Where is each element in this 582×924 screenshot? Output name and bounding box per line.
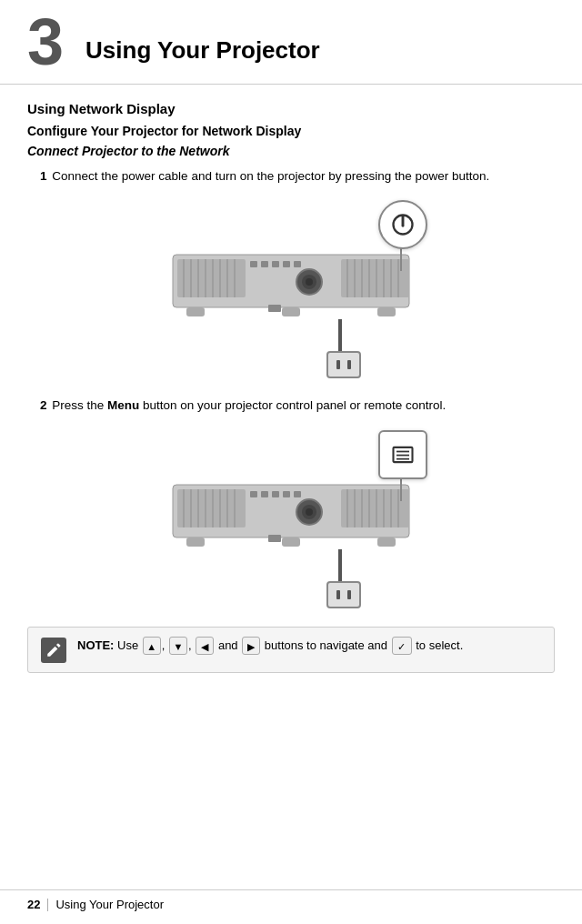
callout-line-2: [400, 476, 402, 501]
callout-line-1: [400, 246, 402, 271]
svg-point-19: [306, 278, 313, 286]
projector-body-svg-2: [164, 480, 418, 553]
svg-rect-64: [186, 537, 205, 547]
svg-rect-49: [272, 491, 279, 497]
note-mid-text: buttons to navigate and: [265, 638, 391, 652]
note-text-prefix: Use: [117, 638, 142, 652]
note-text: NOTE: Use ▲, ▼, ◀ and ▶ buttons to navig…: [77, 637, 463, 656]
step-2-bold: Menu: [107, 398, 139, 412]
step-1: 1 Connect the power cable and turn on th…: [27, 167, 555, 186]
up-arrow-button: ▲: [143, 637, 161, 655]
down-arrow-button: ▼: [169, 637, 187, 655]
chapter-title: Using Your Projector: [85, 16, 320, 65]
footer-text: Using Your Projector: [55, 898, 164, 911]
svg-rect-48: [261, 491, 268, 497]
step-2-prefix: Press the: [52, 398, 107, 412]
step-1-number: 1: [40, 169, 47, 183]
menu-icon-bubble: [378, 430, 427, 479]
main-content: Using Network Display Configure Your Pro…: [0, 101, 582, 673]
projector-illustration-2: [118, 430, 464, 608]
svg-rect-32: [268, 305, 281, 312]
menu-icon: [390, 442, 416, 467]
prong-left: [336, 360, 340, 369]
prong-left-2: [336, 590, 340, 599]
footer-divider: [47, 899, 48, 911]
svg-rect-65: [282, 537, 300, 547]
svg-rect-67: [268, 535, 281, 542]
svg-rect-29: [186, 307, 205, 316]
cable-line-2: [338, 549, 342, 581]
svg-rect-15: [283, 261, 290, 267]
prong-right-2: [347, 590, 351, 599]
note-end-text: to select.: [416, 638, 463, 652]
right-arrow-button: ▶: [242, 637, 260, 655]
note-label: NOTE:: [77, 638, 114, 652]
projector-diagram-2: [118, 430, 464, 608]
note-and-text: and: [218, 638, 241, 652]
step-2: 2 Press the Menu button on your projecto…: [27, 397, 555, 415]
svg-rect-31: [377, 307, 396, 316]
projector-body-svg-1: [164, 250, 418, 323]
svg-rect-13: [261, 261, 268, 267]
step-2-number: 2: [40, 398, 47, 412]
section-heading: Using Network Display: [27, 101, 555, 116]
step-2-text: 2 Press the Menu button on your projecto…: [40, 397, 555, 415]
svg-rect-30: [282, 307, 300, 316]
page-header: 3 Using Your Projector: [0, 0, 582, 85]
left-arrow-button: ◀: [196, 637, 214, 655]
step-1-text: 1 Connect the power cable and turn on th…: [40, 167, 555, 186]
projector-illustration-1: [118, 200, 464, 378]
power-icon-bubble: [378, 200, 427, 249]
page-footer: 22 Using Your Projector: [0, 889, 582, 911]
svg-rect-14: [272, 261, 279, 267]
sub-sub-heading: Connect Projector to the Network: [27, 144, 555, 158]
step-1-content: Connect the power cable and turn on the …: [52, 169, 489, 183]
chapter-number: 3: [27, 9, 64, 75]
plug-prongs-2: [336, 590, 351, 599]
select-button: ✓: [392, 637, 412, 655]
svg-point-54: [306, 508, 313, 516]
projector-diagram-1: [118, 200, 464, 378]
sub-heading: Configure Your Projector for Network Dis…: [27, 124, 555, 138]
plug-prongs-1: [336, 360, 351, 369]
svg-rect-47: [250, 491, 257, 497]
svg-rect-50: [283, 491, 290, 497]
svg-rect-16: [294, 261, 301, 267]
step-2-suffix: button on your projector control panel o…: [139, 398, 446, 412]
power-plug-2: [326, 581, 361, 608]
pencil-icon: [45, 642, 62, 658]
cable-line-1: [338, 319, 342, 351]
note-icon: [41, 638, 66, 663]
footer-page-number: 22: [27, 898, 40, 911]
power-icon: [390, 212, 416, 237]
power-cable-2: [326, 549, 361, 608]
svg-rect-66: [377, 537, 396, 547]
power-cable-1: [326, 319, 361, 378]
power-plug-1: [326, 351, 361, 378]
note-box: NOTE: Use ▲, ▼, ◀ and ▶ buttons to navig…: [27, 627, 555, 673]
prong-right: [347, 360, 351, 369]
svg-rect-51: [294, 491, 301, 497]
svg-rect-12: [250, 261, 257, 267]
